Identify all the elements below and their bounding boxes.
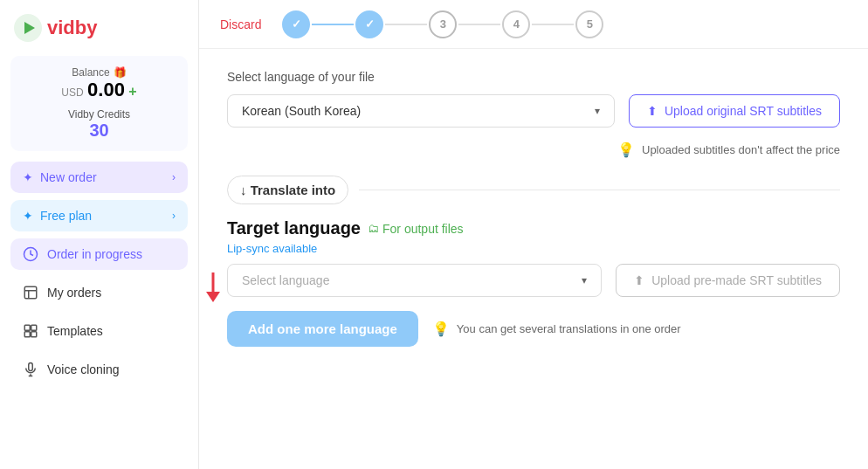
sidebar-item-order-in-progress-label: Order in progress [47, 247, 142, 261]
target-language-chevron-icon: ▾ [582, 274, 587, 286]
step-5: 5 [575, 10, 603, 38]
file-language-label: Select language of your file [227, 70, 840, 84]
upload-premade-srt-button[interactable]: ⬆ Upload pre-made SRT subtitles [616, 264, 840, 297]
free-plan-chevron-icon: › [172, 210, 176, 222]
translation-hint: 💡 You can get several translations in on… [432, 321, 681, 337]
red-arrow-indicator [199, 269, 227, 307]
select-lang-container: Select language ▾ [227, 264, 602, 297]
divider-line [359, 190, 840, 190]
svg-rect-2 [24, 325, 30, 330]
voice-cloning-icon [23, 362, 38, 377]
content-area: Select language of your file Korean (Sou… [199, 49, 868, 469]
target-language-section: Target language 🗂 For output files Lip-s… [227, 218, 840, 347]
add-balance-button[interactable]: + [128, 84, 136, 99]
logo-text: vidby [47, 17, 97, 39]
upload-srt-icon: ⬆ [647, 104, 658, 118]
discard-button[interactable]: Discard [220, 17, 261, 31]
file-language-select-wrapper: Korean (South Korea) ▾ [227, 94, 615, 128]
step-line-3-4 [458, 24, 500, 25]
translate-into-badge[interactable]: ↓ Translate into [227, 176, 348, 204]
step-2-circle: ✓ [355, 10, 383, 38]
target-language-placeholder: Select language [242, 273, 329, 287]
hint-bulb-icon: 💡 [617, 141, 635, 158]
sidebar-item-templates-label: Templates [47, 324, 103, 338]
sidebar-item-order-in-progress[interactable]: Order in progress [10, 238, 188, 270]
translate-into-section: ↓ Translate into [227, 176, 840, 204]
sidebar-item-templates[interactable]: Templates [10, 315, 188, 347]
output-files-label: For output files [382, 222, 464, 236]
svg-rect-6 [29, 363, 33, 371]
free-plan-icon: ✦ [23, 209, 33, 223]
translation-hint-text: You can get several translations in one … [457, 322, 681, 335]
new-order-button[interactable]: ✦ New order › [10, 162, 188, 193]
file-language-value: Korean (South Korea) [242, 104, 361, 118]
file-language-row: Korean (South Korea) ▾ ⬆ Upload original… [227, 94, 840, 128]
logo: vidby [10, 14, 188, 42]
output-files-badge: 🗂 For output files [368, 222, 464, 236]
upload-srt-label: Upload original SRT subtitles [665, 104, 822, 118]
target-language-row: Select language ▾ ⬆ Upload pre-made SRT … [227, 264, 840, 297]
my-orders-icon [23, 285, 38, 300]
target-language-title-text: Target language [227, 218, 361, 238]
new-order-label: New order [40, 170, 97, 184]
free-plan-label: Free plan [40, 209, 92, 223]
sidebar: vidby Balance 🎁 USD 0.00 + Vidby Credits… [0, 0, 199, 469]
balance-amount: USD 0.00 + [21, 79, 177, 101]
stepper: ✓ ✓ 3 4 5 [282, 10, 603, 38]
new-order-chevron-icon: › [172, 171, 176, 183]
svg-marker-8 [206, 292, 220, 302]
subtitle-hint: 💡 Uploaded subtitles don't affect the pr… [227, 141, 840, 158]
svg-rect-5 [31, 332, 37, 337]
credits-label: Vidby Credits [21, 108, 177, 121]
header: Discard ✓ ✓ 3 4 5 [199, 0, 868, 49]
svg-rect-4 [24, 332, 30, 337]
target-language-title: Target language 🗂 For output files [227, 218, 840, 238]
upload-premade-label: Upload pre-made SRT subtitles [651, 273, 822, 287]
order-progress-icon [23, 246, 38, 262]
svg-rect-1 [24, 286, 37, 299]
upload-premade-icon: ⬆ [634, 273, 644, 287]
step-line-1-2 [312, 24, 354, 25]
sidebar-item-voice-cloning[interactable]: Voice cloning [10, 354, 188, 385]
step-1-circle: ✓ [282, 10, 310, 38]
step-4: 4 [502, 10, 530, 38]
step-3: 3 [429, 10, 457, 38]
target-language-select[interactable]: Select language ▾ [227, 264, 602, 297]
logo-icon [14, 14, 42, 42]
upload-srt-button[interactable]: ⬆ Upload original SRT subtitles [629, 94, 840, 128]
sidebar-item-my-orders-label: My orders [47, 286, 101, 300]
free-plan-button[interactable]: ✦ Free plan › [10, 200, 188, 231]
new-order-icon: ✦ [23, 170, 33, 184]
file-language-chevron-icon: ▾ [595, 105, 600, 117]
add-language-row: Add one more language 💡 You can get seve… [227, 311, 840, 347]
lip-sync-label: Lip-sync available [227, 242, 840, 255]
svg-rect-3 [31, 325, 37, 330]
output-icon-1: 🗂 [368, 222, 379, 235]
step-1: ✓ [282, 10, 310, 38]
main-content: Discard ✓ ✓ 3 4 5 Select langua [199, 0, 868, 469]
step-line-2-3 [385, 24, 427, 25]
translation-hint-bulb-icon: 💡 [432, 321, 450, 337]
translate-into-label: ↓ Translate into [240, 183, 335, 197]
sidebar-item-voice-cloning-label: Voice cloning [47, 362, 120, 376]
step-3-circle: 3 [429, 10, 457, 38]
add-language-button[interactable]: Add one more language [227, 311, 418, 347]
step-line-4-5 [532, 24, 574, 25]
file-language-select[interactable]: Korean (South Korea) ▾ [227, 94, 615, 128]
balance-title: Balance 🎁 [21, 66, 177, 79]
step-5-circle: 5 [575, 10, 603, 38]
templates-icon [23, 323, 38, 339]
credits-amount: 30 [21, 121, 177, 141]
sidebar-item-my-orders[interactable]: My orders [10, 277, 188, 308]
step-4-circle: 4 [502, 10, 530, 38]
step-2: ✓ [355, 10, 383, 38]
logo-play-icon [24, 22, 35, 34]
balance-card: Balance 🎁 USD 0.00 + Vidby Credits 30 [10, 56, 188, 151]
subtitle-hint-text: Uploaded subtitles don't affect the pric… [642, 143, 840, 156]
